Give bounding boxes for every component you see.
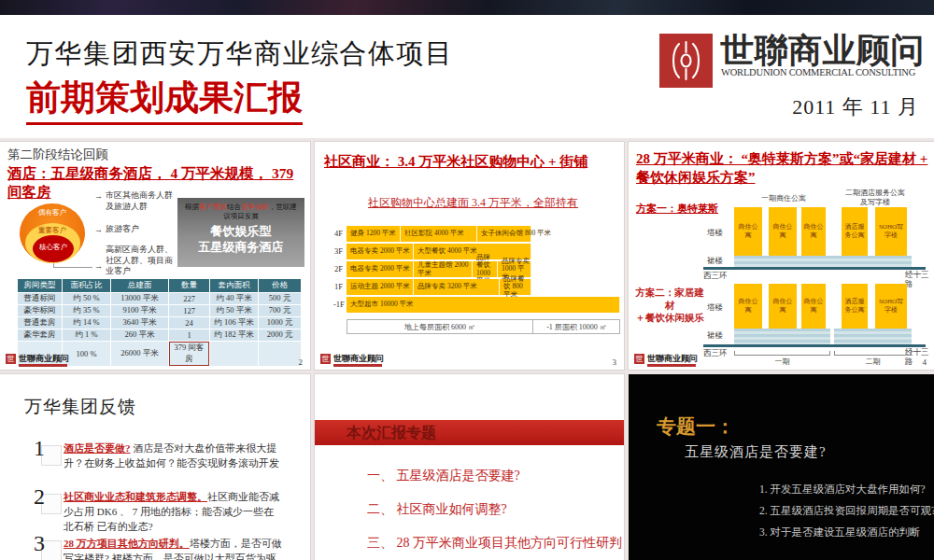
deck-header: 万华集团西安万华商业综合体项目 前期策划成果汇报 世聯商业顾问 WORLDUNI… — [0, 15, 934, 138]
topic-item: 一、 五星级酒店是否要建? — [367, 468, 520, 484]
item-number: 2 — [34, 484, 45, 510]
phase2-tag: 二期 — [834, 357, 912, 367]
topic-item: 三、 28 万平米商业项目其他方向可行性研判 — [367, 535, 622, 552]
item-number: 3 — [34, 531, 45, 556]
footer-logo-icon: 世 — [634, 354, 644, 364]
footer-logo-bar — [647, 364, 696, 367]
tower: 商住公寓 — [769, 207, 797, 256]
phase1-tag: 一期 — [734, 357, 830, 367]
presentation-overview: 万华集团西安万华商业综合体项目 前期策划成果汇报 世聯商业顾问 WORLDUNI… — [0, 0, 934, 560]
floor-row: 2F 电器专卖 2000 平米 儿童主题馆 2000 平米 品牌餐饮 1000 … — [333, 261, 620, 277]
slide-thumbnail-2[interactable]: 社区商业： 3.4 万平米社区购物中心 + 街铺 社区购物中心总建面 3.4 万… — [315, 142, 624, 370]
circle-label-core: 核心客户 — [29, 243, 78, 252]
ground-line — [703, 267, 926, 270]
recommendation-box: 根据客户需求结合竞争分析，世联建议项目发展 餐饮娱乐型五星级商务酒店 — [177, 198, 304, 267]
scheme2-label: 方案二：家居建材＋餐饮休闲娱乐 — [632, 287, 707, 325]
dimension-left-label: 地上每层面积 6000 ㎡ — [347, 320, 532, 334]
slide-thumbnail-6[interactable]: 专题一： 五星级酒店是否要建? 1. 开发五星级酒店对大盘作用如何? 2. 五星… — [629, 374, 934, 560]
feedback-item: 28 万方项目其他方向研判。塔楼方面，是否可做写字楼群? 裙楼方面，是否可做以大… — [64, 537, 282, 560]
project-title: 万华集团西安万华商业综合体项目 — [26, 35, 454, 73]
total-rooms-highlight: 379 间客房 — [169, 342, 209, 366]
slide-thumbnail-4[interactable]: 万华集团反馈 1 酒店是否要做? 酒店是否对大盘价值带来很大提升？在财务上收益如… — [0, 374, 310, 560]
slide1-kicker: 第二阶段结论回顾 — [7, 147, 108, 163]
podium — [734, 256, 912, 267]
worldunion-logo-icon — [659, 34, 713, 88]
footer-logo-icon: 世 — [320, 354, 331, 364]
mall-floor-diagram: 4F 健身 1200 平米 社区影院 4000 平米 女子休闲会馆 800 平米… — [333, 226, 620, 315]
slide4-title: 万华集团反馈 — [24, 395, 136, 419]
road-right-label: 经十三路 — [905, 271, 929, 289]
annotation-2: 旅游客户 — [106, 224, 180, 235]
tower-label: 塔楼 — [707, 302, 723, 314]
tower-label: 塔楼 — [707, 228, 723, 239]
header-photo-strip — [0, 0, 934, 15]
recommendation-main: 餐饮娱乐型五星级商务酒店 — [177, 224, 304, 256]
topics-banner-title: 本次汇报专题 — [347, 420, 624, 445]
topic-item: 二、 社区商业如何调整? — [367, 501, 507, 518]
scheme1-label: 方案一：奥特莱斯 — [636, 202, 718, 216]
table-row: 普通标间约 50 %13000 平米227约 40 平米500 元 — [18, 293, 302, 305]
tower: 酒店服务公寓 — [842, 284, 868, 329]
slide3-title: 28 万平米商业： “奥特莱斯方案”或“家居建材 + 餐饮休闲娱乐方案” — [636, 149, 931, 188]
topic1-title: 五星级酒店是否要建? — [685, 443, 827, 461]
tower: 商住公寓 — [801, 284, 826, 329]
tower: 酒店服务公寓 — [842, 207, 868, 256]
table-row: 豪华套房约 1 %260 平米1约 182 平米2000 元 — [18, 329, 302, 342]
podium-label: 裙楼 — [707, 256, 723, 267]
slide-thumbnail-5[interactable]: 本次汇报专题 一、 五星级酒店是否要建? 二、 社区商业如何调整? 三、 28 … — [315, 374, 624, 560]
item-number: 1 — [34, 436, 45, 461]
tower: 商住公寓 — [734, 207, 762, 256]
recommendation-lead: 根据客户需求结合竞争分析，世联建议项目发展 — [177, 198, 304, 221]
feedback-item: 酒店是否要做? 酒店是否对大盘价值带来很大提升？在财务上收益如何？能否实现财务滚… — [64, 441, 282, 471]
table-row: 普通套房约 14 %3640 平米24约 106 平米1000 元 — [18, 317, 302, 329]
page-number: 4 — [923, 357, 927, 367]
col-header: 数量 — [169, 279, 210, 293]
phase2-bracket — [834, 351, 912, 356]
tower: SOHO写字楼 — [875, 207, 907, 256]
slide2-subtitle: 社区购物中心总建面 3.4 万平米，全部持有 — [368, 195, 578, 211]
col-header: 总建面 — [111, 279, 169, 293]
col-header: 房间类型 — [18, 279, 63, 293]
footer-logo: 世 世聯商业顾问 — [634, 354, 698, 367]
topic1-kicker: 专题一： — [657, 413, 735, 440]
col-header: 价格 — [259, 279, 302, 293]
table-header-row: 房间类型 面积占比 总建面 数量 套内面积 价格 — [18, 279, 302, 293]
dimension-bracket: 地上每层面积 6000 ㎡ -1 层面积 10000 ㎡ — [347, 319, 620, 334]
floor-row: -1F 大型超市 10000 平米 — [333, 297, 620, 313]
annotation-1: 市区其他商务人群及旅游人群 — [106, 190, 180, 212]
footer-logo-icon: 世 — [6, 354, 16, 364]
floor-row: 1F 运动主题 2000 平米 品牌专卖 3200 平米 品牌餐饮 800 平米 — [333, 279, 620, 295]
footer-logo: 世 世聯商业顾问 — [320, 354, 384, 367]
topic1-question: 1. 开发五星级酒店对大盘作用如何? — [759, 483, 926, 497]
topic1-question: 3. 对于是否建设五星级酒店的判断 — [759, 525, 921, 539]
footer-logo: 世 世聯商业顾问 — [6, 354, 69, 367]
phase2-caption: 二期酒店服务公寓及写字楼 — [845, 189, 905, 206]
floor-row: 4F 健身 1200 平米 社区影院 4000 平米 女子休闲会馆 800 平米 — [333, 226, 620, 242]
slide-thumbnail-3[interactable]: 28 万平米商业： “奥特莱斯方案”或“家居建材 + 餐饮休闲娱乐方案” 方案一… — [629, 142, 934, 370]
feedback-item: 社区商业业态和建筑形态调整。社区商业能否减少占用 DK6 、 7 用地的指标；能… — [64, 490, 282, 535]
col-header: 套内面积 — [210, 279, 259, 293]
ground-line — [703, 344, 926, 347]
circle-label-outer: 偶有客户 — [28, 208, 77, 217]
annotation-3: 高新区商务人群、社区人群、项目商业客户 — [106, 245, 180, 277]
page-number: 2 — [299, 357, 304, 367]
tower: 商住公寓 — [769, 284, 797, 329]
footer-logo-bar — [19, 364, 67, 367]
tower: 商住公寓 — [734, 284, 762, 329]
podium-phase1 — [734, 329, 830, 344]
page-number: 3 — [613, 357, 617, 367]
connector-line — [53, 263, 92, 268]
footer-logo-bar — [333, 364, 382, 367]
road-left-label: 西三环 — [703, 348, 728, 359]
tower: 商住公寓 — [801, 207, 826, 256]
road-left-label: 西三环 — [703, 271, 728, 282]
arrow-icon: → — [94, 191, 103, 201]
report-title: 前期策划成果汇报 — [26, 75, 303, 125]
slide-thumbnail-1[interactable]: 第二阶段结论回顾 酒店：五星级商务酒店， 4 万平米规模， 379 间客房 偶有… — [0, 142, 310, 370]
topic1-question: 2. 五星级酒店投资回报周期是否可观? — [759, 504, 934, 518]
tower: SOHO写字楼 — [875, 284, 907, 329]
phase1-bracket — [734, 351, 830, 356]
phase1-caption: 一期商住公寓 — [741, 194, 827, 203]
col-header: 面积占比 — [63, 279, 111, 293]
arrow-icon: → — [94, 225, 103, 234]
